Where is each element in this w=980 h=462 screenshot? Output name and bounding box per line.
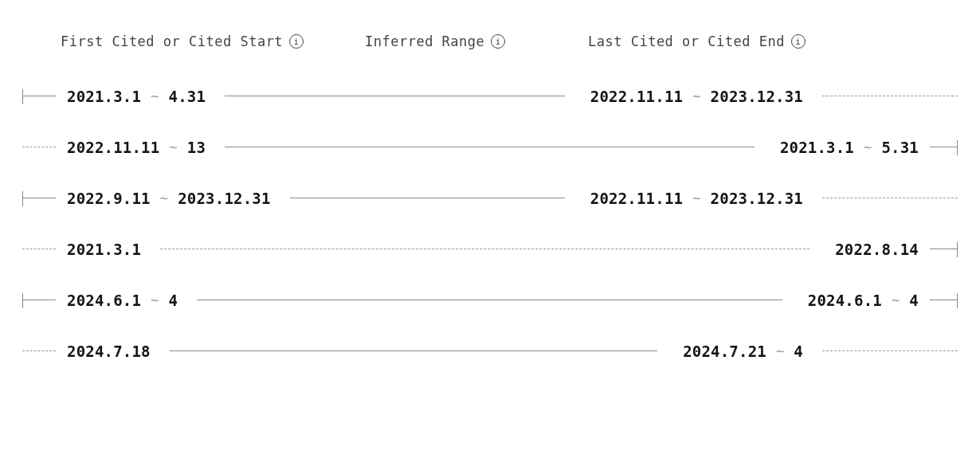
inferred-range-line	[290, 198, 565, 199]
date-a: 2021.3.1	[780, 139, 854, 156]
first-cited-value: 2024.6.1~4	[56, 292, 189, 309]
range-tail-line	[822, 350, 958, 352]
range-end-lead	[930, 300, 957, 301]
info-icon[interactable]: i	[289, 34, 304, 49]
date-a: 2024.6.1	[67, 292, 141, 309]
inferred-range-line	[170, 350, 657, 352]
header-last-cited: Last Cited or Cited End i	[588, 33, 806, 49]
header-inferred-range-label: Inferred Range	[365, 33, 484, 49]
date-a: 2024.7.21	[683, 343, 766, 360]
header-first-cited: First Cited or Cited Start i	[61, 33, 304, 49]
range-pre-line	[22, 300, 56, 301]
date-a: 2021.3.1	[67, 241, 141, 258]
range-pre-line	[22, 96, 56, 97]
tilde-icon: ~	[149, 88, 160, 104]
date-b: 4.31	[169, 88, 206, 105]
first-cited-value: 2021.3.1	[56, 241, 152, 258]
info-icon[interactable]: i	[491, 34, 505, 49]
range-pre-line	[22, 198, 56, 199]
tilde-icon: ~	[774, 343, 786, 359]
date-range-row: 2022.11.11~132021.3.1~5.31	[22, 134, 958, 161]
range-tail-line	[822, 198, 958, 199]
inferred-range-line	[225, 96, 565, 97]
first-cited-value: 2022.11.11~13	[56, 139, 217, 156]
header-inferred-range: Inferred Range i	[365, 33, 505, 49]
last-cited-value: 2024.6.1~4	[790, 292, 930, 309]
date-a: 2024.6.1	[808, 292, 882, 309]
inferred-range-line	[160, 249, 809, 250]
first-cited-value: 2024.7.18	[56, 343, 162, 360]
last-cited-value: 2022.11.11~2023.12.31	[573, 88, 814, 105]
last-cited-value: 2024.7.21~4	[665, 343, 814, 360]
date-b: 4	[169, 292, 178, 309]
date-a: 2022.11.11	[590, 190, 683, 207]
last-cited-value: 2022.8.14	[817, 241, 930, 258]
date-a: 2024.7.18	[67, 343, 151, 360]
last-cited-value: 2021.3.1~5.31	[762, 139, 930, 156]
date-b: 5.31	[881, 139, 919, 156]
range-end-cap	[957, 293, 958, 308]
date-a: 2021.3.1	[67, 88, 141, 105]
date-b: 2023.12.31	[711, 190, 803, 207]
tilde-icon: ~	[159, 190, 170, 206]
date-a: 2022.9.11	[67, 190, 151, 207]
header-first-cited-label: First Cited or Cited Start	[61, 33, 283, 49]
tilde-icon: ~	[167, 139, 178, 155]
date-b: 2023.12.31	[711, 88, 803, 105]
range-pre-line	[22, 350, 56, 352]
date-range-row: 2024.7.182024.7.21~4	[22, 338, 958, 365]
date-a: 2022.11.11	[67, 139, 159, 156]
range-end-lead	[930, 249, 957, 250]
inferred-range-line	[197, 300, 782, 301]
date-range-row: 2022.9.11~2023.12.312022.11.11~2023.12.3…	[22, 185, 958, 212]
date-b: 4	[794, 343, 803, 360]
header-last-cited-label: Last Cited or Cited End	[588, 33, 785, 49]
tilde-icon: ~	[862, 139, 873, 155]
date-range-row: 2024.6.1~42024.6.1~4	[22, 287, 958, 314]
tilde-icon: ~	[691, 190, 702, 206]
date-a: 2022.8.14	[835, 241, 919, 258]
range-pre-line	[22, 249, 56, 250]
range-end-cap	[957, 242, 958, 257]
tilde-icon: ~	[149, 292, 160, 308]
info-icon[interactable]: i	[791, 34, 806, 49]
date-range-row: 2021.3.1~4.312022.11.11~2023.12.31	[22, 83, 958, 110]
tilde-icon: ~	[691, 88, 702, 104]
date-a: 2022.11.11	[590, 88, 683, 105]
date-b: 13	[187, 139, 206, 156]
date-b: 2023.12.31	[178, 190, 270, 207]
first-cited-value: 2022.9.11~2023.12.31	[56, 190, 282, 207]
date-b: 4	[909, 292, 919, 309]
tilde-icon: ~	[890, 292, 901, 308]
range-pre-line	[22, 147, 56, 148]
date-range-row: 2021.3.12022.8.14	[22, 236, 958, 263]
range-tail-line	[822, 96, 958, 97]
last-cited-value: 2022.11.11~2023.12.31	[573, 190, 814, 207]
range-end-cap	[957, 140, 958, 155]
first-cited-value: 2021.3.1~4.31	[56, 88, 217, 105]
inferred-range-line	[225, 147, 755, 148]
range-end-lead	[930, 147, 957, 148]
